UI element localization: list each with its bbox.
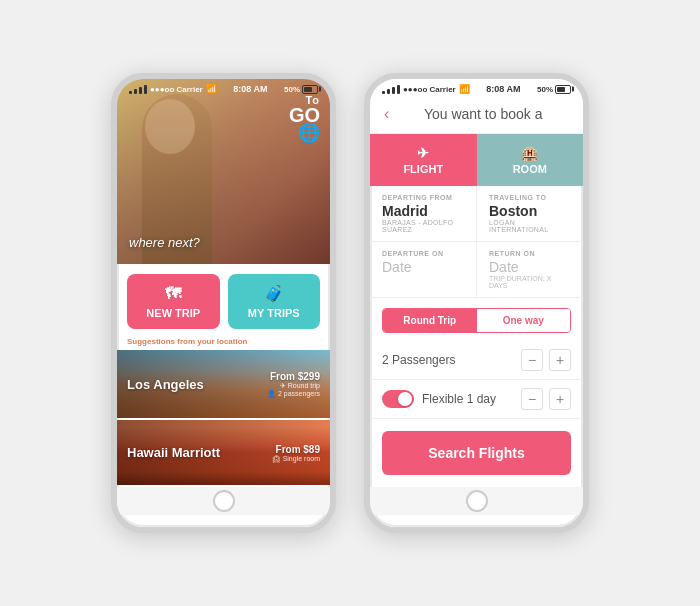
battery-icon bbox=[302, 85, 318, 94]
departing-label: DEPARTING FROM bbox=[382, 194, 464, 201]
passengers-count: 2 bbox=[382, 353, 389, 367]
booking-header: ‹ You want to book a bbox=[370, 97, 583, 134]
departure-label: DEPARTURE ON bbox=[382, 250, 464, 257]
return-field[interactable]: RETURN ON Date TRIP DURATION: X DAYS bbox=[477, 242, 583, 297]
hawaii-card-details: From $89 🏨 Single room bbox=[272, 443, 320, 462]
traveling-label: TRAVELING TO bbox=[489, 194, 571, 201]
phone2-screen: ●●●oo Carrier 📶 8:08 AM 50% ‹ You want t… bbox=[370, 79, 583, 487]
flexible-increment[interactable]: + bbox=[549, 388, 571, 410]
suggestions-label: Suggestions from your location bbox=[117, 337, 330, 350]
departing-airport: BARAJAS - ADOLFO SUAREZ bbox=[382, 219, 464, 233]
tab-flight[interactable]: ✈ FLIGHT bbox=[370, 134, 477, 186]
phones-container: ●●●oo Carrier 📶 8:08 AM 50% To GO 🌐 bbox=[111, 73, 589, 533]
suggestion-card-hawaii[interactable]: Hawaii Marriott From $89 🏨 Single room bbox=[117, 420, 330, 485]
new-trip-label: NEW TRIP bbox=[146, 307, 200, 319]
phone-1: ●●●oo Carrier 📶 8:08 AM 50% To GO 🌐 bbox=[111, 73, 336, 533]
suggestion-card-la[interactable]: Los Angeles From $299 ✈ Round trip 👤 2 p… bbox=[117, 350, 330, 418]
time-display: 8:08 AM bbox=[233, 84, 267, 94]
return-date: Date bbox=[489, 259, 571, 275]
flexible-toggle[interactable] bbox=[382, 390, 414, 408]
flexible-row: Flexible 1 day − + bbox=[370, 380, 583, 419]
p2-battery-pct: 50% bbox=[537, 85, 553, 94]
phone-2: ●●●oo Carrier 📶 8:08 AM 50% ‹ You want t… bbox=[364, 73, 589, 533]
booking-title: You want to book a bbox=[397, 106, 569, 122]
p2-battery-area: 50% bbox=[537, 85, 571, 94]
toggle-knob bbox=[398, 392, 412, 406]
carrier-area: ●●●oo Carrier 📶 bbox=[129, 84, 217, 94]
back-button[interactable]: ‹ bbox=[384, 105, 389, 123]
signal-icon bbox=[129, 85, 147, 94]
la-meta: ✈ Round trip bbox=[280, 382, 320, 390]
la-passengers-text: 2 passengers bbox=[278, 390, 320, 397]
trip-duration: TRIP DURATION: X DAYS bbox=[489, 275, 571, 289]
hero-section: ●●●oo Carrier 📶 8:08 AM 50% To GO 🌐 bbox=[117, 79, 330, 264]
departing-city: Madrid bbox=[382, 203, 464, 219]
flexible-decrement[interactable]: − bbox=[521, 388, 543, 410]
p2-time: 8:08 AM bbox=[486, 84, 520, 94]
toggle-track bbox=[382, 390, 414, 408]
flexible-stepper: − + bbox=[521, 388, 571, 410]
hawaii-price: From $89 bbox=[276, 443, 320, 454]
passengers-word: Passengers bbox=[392, 353, 455, 367]
flight-tab-icon: ✈ bbox=[417, 145, 429, 161]
tab-room[interactable]: 🏨 ROOM bbox=[477, 134, 584, 186]
tagline: where next? bbox=[129, 235, 200, 250]
return-label: RETURN ON bbox=[489, 250, 571, 257]
my-trips-label: MY TRIPS bbox=[248, 307, 300, 319]
passengers-stepper: − + bbox=[521, 349, 571, 371]
wifi-icon: 📶 bbox=[206, 84, 217, 94]
traveling-airport: LOGAN INTERNATIONAL bbox=[489, 219, 571, 233]
passengers-label: 2 Passengers bbox=[382, 353, 521, 367]
form-section: DEPARTING FROM Madrid BARAJAS - ADOLFO S… bbox=[370, 186, 583, 487]
departure-field[interactable]: DEPARTURE ON Date bbox=[370, 242, 477, 297]
battery-area: 50% bbox=[284, 85, 318, 94]
flight-tab-label: FLIGHT bbox=[403, 163, 443, 175]
passengers-row: 2 Passengers − + bbox=[370, 341, 583, 380]
p2-carrier: ●●●oo Carrier bbox=[403, 85, 456, 94]
go-text: GO bbox=[289, 106, 320, 124]
luggage-icon: 🧳 bbox=[264, 284, 284, 303]
home-button-area bbox=[117, 487, 330, 515]
la-card-details: From $299 ✈ Round trip 👤 2 passengers bbox=[267, 371, 320, 398]
togo-logo: To GO 🌐 bbox=[289, 95, 320, 142]
p2-home-button-area bbox=[370, 487, 583, 515]
carrier-text: ●●●oo Carrier bbox=[150, 85, 203, 94]
room-tab-label: ROOM bbox=[513, 163, 547, 175]
person-icon: 👤 bbox=[267, 390, 276, 397]
p2-battery-icon bbox=[555, 85, 571, 94]
passengers-increment[interactable]: + bbox=[549, 349, 571, 371]
p2-wifi-icon: 📶 bbox=[459, 84, 470, 94]
map-icon: 🗺 bbox=[165, 285, 181, 303]
one-way-option[interactable]: One way bbox=[477, 309, 571, 332]
departure-date: Date bbox=[382, 259, 464, 275]
passengers-decrement[interactable]: − bbox=[521, 349, 543, 371]
la-trip-type: Round trip bbox=[288, 382, 320, 389]
main-buttons-row: 🗺 NEW TRIP 🧳 MY TRIPS bbox=[117, 264, 330, 337]
la-price: From $299 bbox=[270, 371, 320, 382]
room-tab-icon: 🏨 bbox=[521, 145, 538, 161]
dates-row: DEPARTURE ON Date RETURN ON Date TRIP DU… bbox=[370, 242, 583, 298]
trip-type-row: Round Trip One way bbox=[382, 308, 571, 333]
phone1-screen: ●●●oo Carrier 📶 8:08 AM 50% To GO 🌐 bbox=[117, 79, 330, 487]
plane-icon: ✈ bbox=[280, 382, 286, 389]
phone2-status-bar: ●●●oo Carrier 📶 8:08 AM 50% bbox=[370, 79, 583, 97]
p2-signal-icon bbox=[382, 85, 400, 94]
hero-status-bar: ●●●oo Carrier 📶 8:08 AM 50% bbox=[117, 79, 330, 97]
battery-percent: 50% bbox=[284, 85, 300, 94]
origin-dest-row: DEPARTING FROM Madrid BARAJAS - ADOLFO S… bbox=[370, 186, 583, 242]
hotel-icon: 🏨 bbox=[272, 454, 281, 461]
new-trip-button[interactable]: 🗺 NEW TRIP bbox=[127, 274, 220, 329]
departing-field[interactable]: DEPARTING FROM Madrid BARAJAS - ADOLFO S… bbox=[370, 186, 477, 241]
globe-icon: 🌐 bbox=[289, 124, 320, 142]
home-button[interactable] bbox=[213, 490, 235, 512]
type-tabs: ✈ FLIGHT 🏨 ROOM bbox=[370, 134, 583, 186]
hawaii-meta: 🏨 Single room bbox=[272, 454, 320, 462]
hawaii-room-type: Single room bbox=[283, 454, 320, 461]
traveling-field[interactable]: TRAVELING TO Boston LOGAN INTERNATIONAL bbox=[477, 186, 583, 241]
round-trip-option[interactable]: Round Trip bbox=[383, 309, 477, 332]
flexible-label: Flexible 1 day bbox=[422, 392, 521, 406]
p2-home-button[interactable] bbox=[466, 490, 488, 512]
my-trips-button[interactable]: 🧳 MY TRIPS bbox=[228, 274, 321, 329]
la-passengers: 👤 2 passengers bbox=[267, 390, 320, 398]
search-flights-button[interactable]: Search Flights bbox=[382, 431, 571, 475]
